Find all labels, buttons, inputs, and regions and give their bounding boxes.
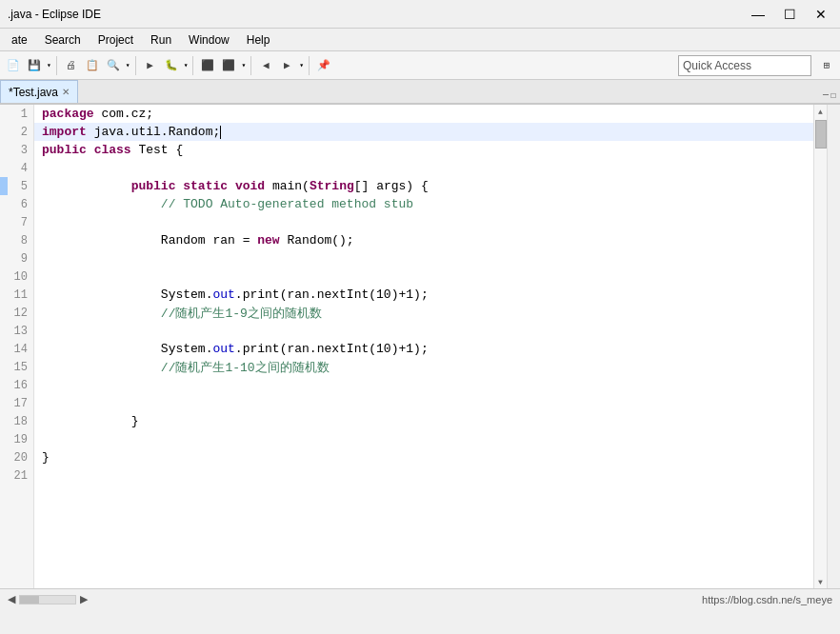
toolbar-separator-3 [192,56,193,75]
tab-bar: *Test.java ✕ — ☐ [0,80,840,105]
properties-icon[interactable]: 📋 [83,56,102,75]
type-string: String [310,179,354,193]
line-num-17: 17 [0,394,33,412]
editor-container: *Test.java ✕ — ☐ 1 2 3 4 5 6 7 8 9 10 11… [0,80,840,588]
status-left: ◀ ▶ [8,593,88,605]
keyword-public-3: public [42,143,87,157]
menu-bar: ate Search Project Run Window Help [0,29,840,51]
run-dropdown[interactable]: ▾ [183,61,189,69]
tab-close-button[interactable]: ✕ [62,87,70,97]
menu-window[interactable]: Window [181,31,237,49]
code-line-20: } [34,448,813,466]
history-dropdown[interactable]: ▾ [298,61,304,69]
horizontal-scrollbar[interactable]: ◀ ▶ [8,593,88,605]
code-line-3: public class Test { [34,141,813,159]
line-num-15: 15 [0,358,33,376]
title-bar: .java - Eclipse IDE — ☐ ✕ [0,0,840,29]
scroll-up-arrow[interactable]: ▲ [814,105,828,118]
line-num-12: 12 [0,304,33,322]
horiz-scroll-track[interactable] [19,595,76,604]
code-line-19 [34,430,813,448]
toolbar-separator-5 [309,56,310,75]
save-dropdown[interactable]: ▾ [46,61,51,69]
code-line-15: //随机产生1-10之间的随机数 [34,358,813,376]
code-content[interactable]: package com.cz; import java.util.Random;… [34,105,813,588]
toolbar-separator-4 [250,56,251,75]
run-icon[interactable]: ▶ [141,56,160,75]
out-keyword-11: out [212,287,234,302]
menu-help[interactable]: Help [239,31,278,49]
line-num-13: 13 [0,322,33,340]
print-icon[interactable]: 🖨 [62,56,81,75]
toolbar-separator-2 [135,56,136,75]
keyword-static: static [183,179,228,193]
new-file-icon[interactable]: 📄 [4,56,23,75]
line-num-14: 14 [0,340,33,358]
menu-project[interactable]: Project [90,31,141,49]
scroll-track[interactable] [814,118,828,575]
line-num-4: 4 [0,159,33,177]
line-num-19: 19 [0,430,33,448]
line-num-7: 7 [0,213,33,231]
toolbar: 📄 💾 ▾ 🖨 📋 🔍 ▾ ▶ 🐛 ▾ ⬛ ⬛ ▾ ◀ ▶ ▾ 📌 Quick … [0,51,840,80]
tab-minimize-icon[interactable]: — [823,89,829,101]
maximize-button[interactable]: ☐ [778,7,802,22]
tab-window-controls: — ☐ [823,89,840,103]
back-icon[interactable]: ◀ [256,56,275,75]
menu-run[interactable]: Run [143,31,179,49]
code-line-18: } [34,412,813,430]
comment-15: //随机产生1-10之间的随机数 [161,359,330,376]
menu-search[interactable]: Search [37,31,89,49]
window-title: .java - Eclipse IDE [8,8,101,21]
line-num-1: 1 [0,105,33,123]
scroll-right-arrow[interactable]: ▶ [80,593,88,605]
menu-ate[interactable]: ate [4,31,35,49]
line-num-21: 21 [0,466,33,485]
line-num-18: 18 [0,412,33,430]
line-num-20: 20 [0,448,33,466]
nav-dropdown[interactable]: ▾ [240,61,246,69]
overview-ruler [827,105,840,588]
code-line-8: Random ran = new Random(); [34,231,813,249]
line-num-10: 10 [0,267,33,286]
line-num-5: 5 [0,177,33,195]
toolbar-separator-1 [56,56,57,75]
perspective-icon[interactable]: ⊞ [817,56,836,75]
save-icon[interactable]: 💾 [25,56,44,75]
next-icon[interactable]: ⬛ [219,56,238,75]
vertical-scrollbar[interactable]: ▲ ▼ [813,105,827,588]
line-num-9: 9 [0,249,33,267]
quick-access-input[interactable]: Quick Access [678,55,811,76]
pin-icon[interactable]: 📌 [314,56,333,75]
line-num-2: 2 [0,123,33,141]
comment-12: //随机产生1-9之间的随机数 [161,305,322,322]
scroll-down-arrow[interactable]: ▼ [814,575,828,588]
tab-label: *Test.java [9,86,58,99]
search-dropdown[interactable]: ▾ [125,61,130,69]
keyword-class: class [94,143,131,157]
status-bar: ◀ ▶ https://blog.csdn.ne/s_meye [0,588,840,609]
close-button[interactable]: ✕ [810,7,832,22]
forward-icon[interactable]: ▶ [277,56,296,75]
line-numbers: 1 2 3 4 5 6 7 8 9 10 11 12 13 14 15 16 1… [0,105,34,588]
scroll-left-arrow[interactable]: ◀ [8,593,15,605]
minimize-button[interactable]: — [746,7,770,22]
keyword-import: import [42,125,87,139]
search-icon[interactable]: 🔍 [104,56,123,75]
fold-marker[interactable] [0,177,8,195]
debug-icon[interactable]: 🐛 [162,56,181,75]
code-editor[interactable]: 1 2 3 4 5 6 7 8 9 10 11 12 13 14 15 16 1… [0,105,840,588]
out-keyword-14: out [212,342,234,356]
code-line-6: // TODO Auto-generated method stub [34,195,813,213]
window-controls: — ☐ ✕ [746,7,832,22]
code-line-1: package com.cz; [34,105,813,123]
code-line-2: import java.util.Random; [34,123,813,141]
code-line-12: //随机产生1-9之间的随机数 [34,304,813,322]
keyword-void: void [235,179,265,193]
horiz-scroll-thumb[interactable] [20,596,39,604]
prev-icon[interactable]: ⬛ [198,56,217,75]
comment-6: // TODO Auto-generated method stub [161,197,413,211]
scroll-thumb[interactable] [815,120,827,149]
tab-maximize-icon[interactable]: ☐ [830,89,836,101]
editor-tab[interactable]: *Test.java ✕ [0,80,78,103]
